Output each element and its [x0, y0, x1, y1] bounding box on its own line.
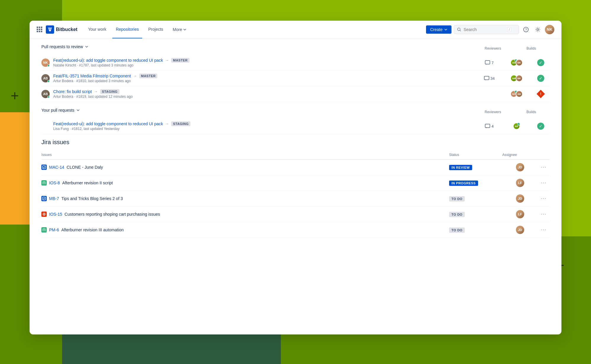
chevron-down-icon [444, 28, 447, 31]
nav-projects[interactable]: Projects [145, 21, 167, 38]
pr-reviewers: NK AB [505, 90, 528, 98]
your-pr-row: Feat(reduced-ui): add toggle component t… [41, 118, 550, 134]
jira-issues-section: Jira issues Issues Status Assignee MAC-1… [41, 139, 550, 238]
pr-info: Chore: fix build script → STAGING Artur … [53, 89, 474, 99]
jira-section-title: Jira issues [41, 139, 550, 146]
builds-col-header: Builds [522, 46, 540, 51]
chevron-down-icon [76, 108, 80, 112]
status-badge: TO DO [449, 212, 465, 217]
logo[interactable]: Bitbucket [46, 25, 77, 34]
issue-status: IN REVIEW [449, 165, 502, 170]
user-avatar[interactable]: NK [545, 25, 554, 34]
chevron-down-icon [183, 28, 186, 31]
grid-menu-icon[interactable] [37, 27, 42, 32]
more-options-button[interactable]: ··· [538, 180, 550, 186]
issue-key[interactable]: IOS-8 [49, 181, 60, 185]
issue-name: Tips and Tricks Blog Series 2 of 3 [61, 196, 123, 201]
online-status-dot [47, 80, 50, 82]
comment-icon [484, 76, 489, 81]
pr-branch-badge: STAGING [100, 89, 119, 94]
search-icon [457, 27, 461, 32]
svg-text:?: ? [525, 28, 527, 31]
pr-reviewers: AB NK [505, 59, 528, 66]
assignee-avatar: JD [516, 226, 524, 234]
issue-title: IOS-8 Afterburner revision II script [41, 180, 449, 186]
decorative-plus-3: + [11, 89, 19, 103]
pr-build: ✓ [532, 75, 550, 82]
pr-comments: 4 [477, 124, 501, 129]
pr-title-text: Chore: fix build script [53, 89, 92, 94]
search-bar[interactable]: / [454, 25, 519, 34]
pr-title[interactable]: Feat/FIL-3571 Media Filmstrip Component … [53, 74, 474, 78]
create-button[interactable]: Create [426, 25, 451, 34]
reviewers-col-header: Reviewers [481, 110, 505, 114]
pr-title[interactable]: Chore: fix build script → STAGING [53, 89, 474, 94]
bitbucket-logo-icon [46, 25, 54, 34]
pr-comments: 7 [477, 60, 501, 65]
status-badge: TO DO [449, 196, 465, 202]
pr-meta: Natalie Kirscht · #1787, last updated 3 … [53, 63, 474, 67]
more-options-button[interactable]: ··· [538, 212, 550, 217]
issue-title: IOS-15 Customers reporting shoping cart … [41, 212, 449, 217]
pr-author-avatar: AB [41, 90, 50, 98]
nav-more[interactable]: More [169, 21, 190, 38]
navbar: Bitbucket Your work Repositories Project… [30, 21, 561, 38]
gear-icon [535, 27, 540, 32]
pr-review-row: AB Chore: fix build script → STAGING Art… [41, 86, 550, 102]
reviewer-avatar: AB [516, 90, 523, 98]
assignee-col: JD [502, 194, 538, 203]
pr-build [532, 90, 550, 98]
nav-your-work[interactable]: Your work [85, 21, 110, 38]
issue-status: TO DO [449, 196, 502, 202]
issue-row: IOS-15 Customers reporting shoping cart … [41, 207, 550, 222]
issue-key[interactable]: MB-7 [49, 196, 59, 201]
build-success-icon: ✓ [537, 59, 544, 66]
pr-arrow: → [165, 58, 169, 62]
pr-review-section-header[interactable]: Pull requests to review [41, 44, 88, 49]
help-button[interactable]: ? [521, 25, 531, 34]
issue-status: IN PROGRESS [449, 180, 502, 186]
pr-author-avatar: AB [41, 74, 50, 82]
pr-title[interactable]: Feat(reduced-ui): add toggle component t… [53, 58, 474, 63]
status-badge: TO DO [449, 228, 465, 233]
issue-row: IOS-8 Afterburner revision II script IN … [41, 175, 550, 191]
pr-title[interactable]: Feat(reduced-ui): add toggle component t… [53, 121, 474, 126]
assignee-avatar: LF [516, 210, 524, 218]
chevron-down-icon [85, 45, 88, 48]
pr-review-row: AB Feat/FIL-3571 Media Filmstrip Compone… [41, 71, 550, 86]
issue-row: PM-6 Afterburner revision III automation… [41, 222, 550, 238]
task-icon [41, 196, 47, 201]
issue-key[interactable]: PM-6 [49, 228, 59, 232]
nav-repositories[interactable]: Repositories [112, 21, 143, 38]
issue-name: Afterburner revision II script [62, 181, 113, 185]
pr-info: Feat(reduced-ui): add toggle component t… [53, 121, 474, 131]
issues-col-header: Issues [41, 153, 449, 157]
issue-name: CLONE - June Daly [67, 165, 103, 170]
bug-icon [41, 212, 47, 217]
builds-col-header: Builds [522, 110, 540, 114]
search-input[interactable] [464, 27, 505, 32]
pr-build: ✓ [532, 59, 550, 66]
settings-button[interactable] [533, 25, 543, 34]
pr-meta: Artur Bodera · #1819, last updated 12 mi… [53, 95, 474, 99]
assignee-col: LF [502, 179, 538, 187]
online-status-dot [47, 96, 50, 98]
build-success-icon: ✓ [537, 75, 544, 82]
your-pull-requests-section: Your pull requests Reviewers Builds Feat… [41, 108, 550, 134]
svg-point-3 [537, 29, 539, 30]
more-options-button[interactable]: ··· [538, 165, 550, 170]
pr-title-text: Feat/FIL-3571 Media Filmstrip Component [53, 74, 131, 78]
pr-author-avatar: NK [41, 58, 50, 67]
your-pr-section-header[interactable]: Your pull requests [41, 108, 80, 113]
issue-row: MB-7 Tips and Tricks Blog Series 2 of 3 … [41, 191, 550, 207]
pr-meta: Artur Bodera · #1810, last updated 3 min… [53, 79, 474, 83]
more-options-button[interactable]: ··· [538, 196, 550, 201]
build-fail-icon [537, 90, 544, 98]
assignee-avatar: JD [516, 163, 524, 171]
status-badge: IN PROGRESS [449, 181, 478, 186]
issue-key[interactable]: MAC-14 [49, 165, 64, 170]
more-options-button[interactable]: ··· [538, 227, 550, 233]
story-icon [41, 227, 47, 233]
issue-key[interactable]: IOS-15 [49, 212, 62, 217]
svg-rect-4 [485, 61, 490, 64]
